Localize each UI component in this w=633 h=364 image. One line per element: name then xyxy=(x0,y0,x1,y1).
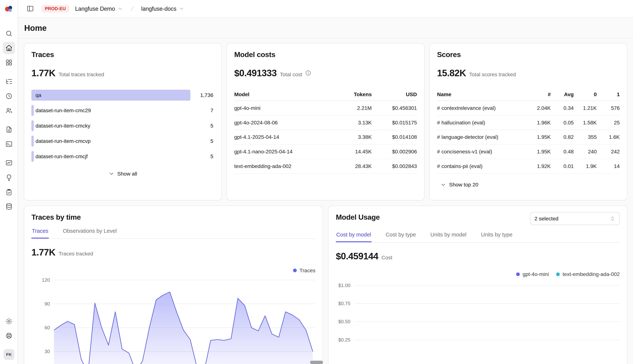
sidebar-item-clock[interactable] xyxy=(3,90,15,102)
trace-list-item[interactable]: dataset-run-item-cmcvp 5 xyxy=(32,136,214,146)
model-costs-table: ModelTokensUSDgpt-4o-mini2.21M$0.456301g… xyxy=(234,88,417,174)
traces-by-time-chart: 306090120 xyxy=(32,275,315,364)
trace-label: qa xyxy=(32,90,41,100)
show-top-20-button[interactable]: Show top 20 xyxy=(437,179,482,190)
model-usage-card: Model Usage 2 selected Cost by modelCost… xyxy=(328,206,627,364)
sidebar: FK xyxy=(0,0,18,364)
sidebar-item-lightbulb[interactable] xyxy=(3,172,15,184)
trace-count: 5 xyxy=(210,136,213,146)
scores-total-label: Total scores tracked xyxy=(469,72,516,78)
usage-cost-label: Cost xyxy=(381,254,392,261)
traces-metric-row: 1.77K Total traces tracked xyxy=(32,68,214,78)
sidebar-item-chart-frame[interactable] xyxy=(3,157,15,169)
sidebar-item-gear[interactable] xyxy=(3,315,15,327)
org-name: Langfuse Demo xyxy=(75,6,115,12)
traces-card-title: Traces xyxy=(32,50,214,59)
app: FK PROD-EU Langfuse Demo langfuse-docs H… xyxy=(0,0,633,364)
model-usage-line-chart: $1.00$0.75$0.50$0.25 xyxy=(336,279,620,348)
org-switcher[interactable]: Langfuse Demo xyxy=(74,4,124,14)
tab-units-by-model[interactable]: Units by model xyxy=(430,232,467,242)
score-row[interactable]: # contains-pii (eval)1.92K0.011.9K14 xyxy=(437,159,620,174)
trace-list-item[interactable]: dataset-run-item-cmcjf 5 xyxy=(32,151,214,162)
column-header[interactable]: # xyxy=(528,88,551,101)
model-costs-metric-row: $0.491333 Total cost xyxy=(234,68,417,78)
column-header[interactable]: 0 xyxy=(574,88,597,101)
column-header[interactable]: 1 xyxy=(597,88,620,101)
trace-label: dataset-run-item-cmcky xyxy=(32,120,90,131)
legend-item: Traces xyxy=(293,268,315,274)
topbar: PROD-EU Langfuse Demo langfuse-docs xyxy=(18,0,633,18)
model-cost-row[interactable]: gpt-4.1-nano-2025-04-1414.45K$0.002906 xyxy=(234,144,417,159)
trace-count: 7 xyxy=(210,105,213,116)
table-header-row: Name#Avg01 xyxy=(437,88,620,101)
model-cost-row[interactable]: text-embedding-ada-00228.43K$0.002843 xyxy=(234,159,417,174)
legend-dot xyxy=(556,272,560,276)
sidebar-item-search[interactable] xyxy=(3,28,15,40)
breadcrumb-separator-icon xyxy=(129,5,136,12)
legend-item: gpt-4o-mini xyxy=(516,271,549,277)
project-name: langfuse-docs xyxy=(141,6,176,12)
page-title: Home xyxy=(24,24,627,33)
sidebar-nav xyxy=(3,28,15,220)
sidebar-item-users[interactable] xyxy=(3,104,15,117)
model-cost-row[interactable]: gpt-4o-2024-08-063.13K$0.015175 xyxy=(234,115,417,130)
traces-total-label: Total traces tracked xyxy=(59,72,104,78)
horizontal-scrollbar-thumb[interactable] xyxy=(310,361,323,364)
trace-list-item[interactable]: dataset-run-item-cmc29 7 xyxy=(32,105,214,116)
model-cost-row[interactable]: gpt-4.1-2025-04-143.38K$0.014108 xyxy=(234,130,417,144)
chevron-down-icon xyxy=(108,171,115,177)
trace-list-item[interactable]: dataset-run-item-cmcky 5 xyxy=(32,120,214,131)
traces-by-time-tabs: TracesObservations by Level xyxy=(32,228,315,239)
sidebar-toggle-button[interactable] xyxy=(24,2,36,15)
langfuse-logo[interactable] xyxy=(3,3,15,14)
score-row[interactable]: # hallucination (eval)1.96K0.051.58K25 xyxy=(437,115,620,130)
score-row[interactable]: # language-detector (eval)1.95K0.823551.… xyxy=(437,130,620,144)
sidebar-item-list-tree[interactable] xyxy=(3,76,15,88)
show-all-button[interactable]: Show all xyxy=(105,168,140,179)
tab-cost-by-type[interactable]: Cost by type xyxy=(385,232,416,242)
trace-count: 5 xyxy=(210,120,213,131)
sidebar-item-home[interactable] xyxy=(3,42,15,54)
total-cost-label: Total cost xyxy=(280,72,302,78)
model-usage-tabs: Cost by modelCost by typeUnits by modelU… xyxy=(336,232,620,242)
scores-metric-row: 15.82K Total scores tracked xyxy=(437,68,620,78)
column-header[interactable]: Name xyxy=(437,88,528,101)
project-switcher[interactable]: langfuse-docs xyxy=(140,4,185,14)
model-filter-select[interactable]: 2 selected xyxy=(530,212,620,225)
avatar[interactable]: FK xyxy=(4,349,15,360)
column-header[interactable]: USD xyxy=(372,88,417,101)
sidebar-item-dashboard-grid[interactable] xyxy=(3,56,15,69)
tab-traces[interactable]: Traces xyxy=(32,228,49,238)
sidebar-item-file-text[interactable] xyxy=(3,124,15,136)
column-header[interactable]: Model xyxy=(234,88,327,101)
langfuse-logo-icon xyxy=(5,4,13,13)
env-badge: PROD-EU xyxy=(41,5,70,12)
score-row[interactable]: # conciseness-v1 (eval)1.95K0.48240242 xyxy=(437,144,620,159)
top-card-grid: Traces 1.77K Total traces tracked qa 1,7… xyxy=(24,43,627,200)
traces-by-time-card: Traces by time TracesObservations by Lev… xyxy=(24,206,323,364)
show-all-label: Show all xyxy=(117,171,137,177)
traces-tracked-label: Traces tracked xyxy=(59,251,93,257)
sidebar-item-clipboard-check[interactable] xyxy=(3,186,15,198)
model-usage-chart: $1.00$0.75$0.50$0.25 xyxy=(336,279,620,349)
tab-cost-by-model[interactable]: Cost by model xyxy=(336,232,372,242)
svg-text:$0.50: $0.50 xyxy=(338,319,350,324)
bottom-card-grid: Traces by time TracesObservations by Lev… xyxy=(24,206,627,364)
model-usage-legend: gpt-4o-minitext-embedding-ada-002 xyxy=(336,271,620,277)
chevron-down-icon xyxy=(179,6,185,12)
info-icon[interactable] xyxy=(305,70,311,76)
traces-list: qa 1,736 dataset-run-item-cmc29 7 datase… xyxy=(32,90,214,162)
tab-units-by-type[interactable]: Units by type xyxy=(480,232,513,242)
score-row[interactable]: # contextrelevance (eval)2.04K0.341.21K5… xyxy=(437,101,620,115)
sidebar-item-life-buoy[interactable] xyxy=(3,330,15,342)
model-usage-header: Model Usage 2 selected xyxy=(336,213,620,225)
column-header[interactable]: Tokens xyxy=(326,88,372,101)
trace-list-item[interactable]: qa 1,736 xyxy=(32,90,214,100)
column-header[interactable]: Avg xyxy=(551,88,574,101)
model-cost-row[interactable]: gpt-4o-mini2.21M$0.456301 xyxy=(234,101,417,115)
tab-observations-by-level[interactable]: Observations by Level xyxy=(63,228,117,238)
sidebar-item-terminal[interactable] xyxy=(3,138,15,150)
model-usage-title: Model Usage xyxy=(336,213,380,221)
sidebar-item-database[interactable] xyxy=(3,200,15,213)
list-tree-icon xyxy=(5,78,13,85)
